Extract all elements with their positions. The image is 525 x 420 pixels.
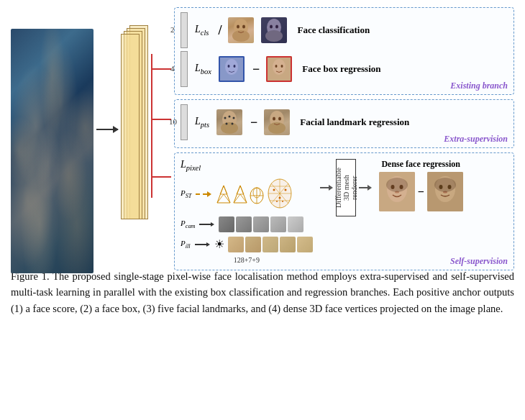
- dense-faces-row: −: [379, 172, 463, 211]
- face-thumb-pts-1: [216, 109, 242, 135]
- svg-point-54: [279, 196, 281, 198]
- arrow-head-ill: [206, 242, 210, 247]
- svg-rect-57: [379, 172, 415, 211]
- svg-point-64: [439, 185, 442, 189]
- svg-point-61: [395, 191, 399, 193]
- face-svg-6: [264, 109, 290, 135]
- face-svg-5: [216, 109, 242, 135]
- svg-rect-62: [427, 172, 463, 211]
- svg-point-18: [224, 117, 227, 119]
- dense-face-thumb-2: [427, 172, 463, 211]
- svg-point-19: [229, 116, 231, 118]
- svg-line-30: [217, 194, 224, 203]
- l-pts-sub: pts: [201, 121, 209, 129]
- self-sup-left: Lpixel PST: [181, 159, 313, 264]
- dense-face-thumb-1: [379, 172, 415, 211]
- l-box-sub: box: [201, 68, 211, 76]
- h-connector-2: [151, 119, 171, 120]
- face-thumb-pts-2: [264, 109, 290, 135]
- arrow-head-cam: [211, 222, 214, 227]
- svg-point-25: [273, 117, 275, 121]
- face-svg-4: [266, 56, 292, 82]
- svg-point-1: [232, 30, 250, 42]
- minus-op-box: −: [252, 62, 260, 77]
- dense-face-area: Dense face regression: [379, 159, 463, 211]
- svg-point-26: [278, 117, 281, 121]
- mesh-face-svg: [265, 176, 294, 212]
- svg-point-59: [391, 185, 394, 189]
- channel-bar-2: [181, 12, 188, 48]
- svg-point-11: [233, 65, 235, 68]
- svg-point-60: [399, 185, 403, 189]
- dense-face-label: Dense face regression: [381, 159, 460, 170]
- num-2-container: 2: [181, 12, 191, 48]
- divide-op: /: [218, 23, 222, 38]
- pill-row: Pill ☀: [181, 237, 313, 252]
- svg-point-17: [221, 122, 238, 134]
- svg-line-28: [220, 186, 224, 194]
- l-pixel-sub: pixel: [186, 164, 201, 172]
- face-class-label: Face classification: [297, 24, 370, 36]
- existing-branch-box: 2 Lcls /: [174, 7, 514, 95]
- dense-face-svg-1: [379, 172, 415, 211]
- l-cls-label: Lcls: [195, 24, 209, 37]
- face-svg-2: [261, 17, 287, 43]
- crowd-image: [11, 29, 93, 273]
- face-thumb-box-2: [266, 56, 292, 82]
- face-thumb-cls-1: [228, 17, 254, 43]
- l-box-label: Lbox: [195, 63, 211, 76]
- face-thumb-cls-2: [261, 17, 287, 43]
- channel-bar-10: [181, 104, 188, 140]
- svg-point-55: [276, 201, 278, 202]
- svg-line-34: [237, 186, 240, 194]
- cam-faces: [219, 216, 303, 232]
- svg-point-24: [268, 122, 286, 134]
- l-pixel-label: Lpixel: [181, 159, 313, 172]
- face-svg-3: [219, 56, 245, 82]
- channel-bar-4: [181, 51, 188, 87]
- diagram-area: 2 Lcls /: [11, 7, 514, 262]
- svg-point-21: [226, 123, 228, 125]
- p-st-label: PST: [181, 188, 191, 199]
- self-supervision-box: Lpixel PST: [174, 152, 514, 270]
- minus-op-pts: −: [250, 115, 257, 130]
- feature-map-container: [121, 14, 148, 245]
- figure-caption: Figure 1. The proposed single-stage pixe…: [11, 268, 514, 316]
- l-cls-sub: cls: [201, 29, 209, 37]
- classification-row: 2 Lcls /: [181, 12, 508, 48]
- svg-point-53: [285, 188, 287, 191]
- cam-face-4: [270, 216, 286, 232]
- svg-point-7: [275, 25, 278, 29]
- dense-face-svg-2: [427, 172, 463, 211]
- svg-point-10: [227, 65, 229, 68]
- arrow-from-renderer-head: [368, 185, 372, 191]
- svg-point-3: [242, 25, 245, 29]
- feature-map: [121, 25, 148, 234]
- solid-line-ill: [195, 244, 206, 245]
- h-connector-3: [151, 176, 171, 178]
- sun-icon: ☀: [214, 237, 224, 251]
- p-cam-sub: cam: [186, 223, 196, 229]
- ill-face-2: [245, 237, 261, 252]
- num-10-container: 10: [181, 104, 191, 140]
- line-to-renderer: [320, 187, 329, 188]
- mesh-svg-3: [249, 184, 265, 204]
- renderer-area: Differentiable 3D mesh renderer: [317, 159, 375, 216]
- extra-supervision-label: Extra-supervision: [444, 134, 508, 145]
- svg-point-2: [237, 25, 239, 29]
- ill-face-3: [262, 237, 278, 252]
- svg-point-22: [232, 123, 234, 125]
- solid-line-cam: [199, 224, 211, 225]
- svg-point-63: [435, 176, 455, 202]
- arrow-to-renderer: [320, 185, 333, 191]
- minus-op-dense: −: [418, 186, 424, 198]
- extra-supervision-box: 10 Lpts: [174, 99, 514, 148]
- connector-area: [151, 14, 171, 245]
- number-2: 2: [170, 25, 175, 34]
- fm-layer-front: [121, 34, 140, 219]
- mesh-shapes-group: [216, 176, 294, 212]
- pixel-count: 128+7+9: [181, 256, 313, 264]
- pst-row: PST: [181, 176, 313, 212]
- l-pts-label: Lpts: [195, 116, 209, 129]
- svg-point-56: [282, 201, 283, 202]
